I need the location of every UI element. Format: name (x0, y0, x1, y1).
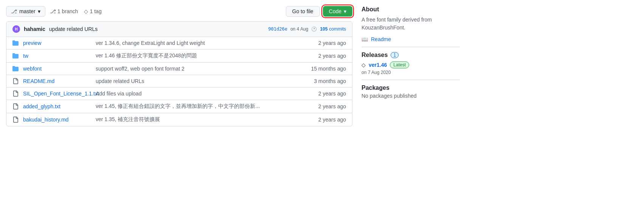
readme-label: Readme (371, 36, 391, 42)
file-commit-msg: ver 1.34.6, change ExtraLight and Light … (96, 40, 296, 46)
latest-badge: Latest (390, 62, 409, 68)
table-row: SIL_Open_Font_License_1.1.txt Add files … (6, 88, 352, 100)
branch-meta: ⎇ 1 branch ◇ 1 tag (50, 8, 102, 14)
branch-selector[interactable]: ⎇ master ▾ (6, 6, 45, 17)
release-version-link[interactable]: ver1.46 (369, 62, 387, 68)
packages-title: Packages (362, 85, 460, 91)
file-age: 3 months ago (301, 78, 346, 84)
file-icon (12, 91, 19, 97)
divider (362, 47, 460, 47)
table-row: webfont support woff2, web open font for… (6, 63, 352, 75)
commits-label: commits (329, 26, 346, 32)
releases-section: Releases 1 ◇ ver1.46 Latest on 7 Aug 202… (362, 52, 460, 75)
release-date: on 7 Aug 2020 (362, 70, 460, 75)
packages-empty: No packages published (362, 93, 460, 99)
tags-count: 1 (90, 8, 93, 14)
file-name[interactable]: added_glyph.txt (23, 103, 91, 109)
table-row: preview ver 1.34.6, change ExtraLight an… (6, 37, 352, 49)
packages-section: Packages No packages published (362, 85, 460, 99)
commits-count: 105 (320, 26, 327, 32)
file-commit-msg: ver 1.46 修正部份文字寬度不是2048的問題 (96, 52, 296, 59)
tags-link[interactable]: ◇ 1 tag (84, 8, 101, 14)
release-item: ◇ ver1.46 Latest (362, 62, 460, 68)
branches-link[interactable]: ⎇ 1 branch (50, 8, 78, 14)
history-icon: 🕐 (311, 26, 317, 32)
file-age: 2 years ago (301, 117, 346, 123)
branches-icon: ⎇ (50, 8, 56, 14)
commit-sha[interactable]: 901d26e (268, 26, 287, 32)
branches-count: 1 (57, 8, 61, 14)
branch-icon: ⎇ (11, 8, 17, 14)
release-tag-icon: ◇ (362, 62, 366, 68)
table-row: added_glyph.txt ver 1.45, 修正有組合錯誤的文字，並再增… (6, 100, 352, 113)
table-row: README.md update related URLs 3 months a… (6, 75, 352, 88)
about-title: About (362, 6, 460, 13)
file-name[interactable]: webfont (23, 66, 91, 72)
code-button[interactable]: Code ▾ (323, 6, 352, 17)
folder-icon (12, 66, 19, 72)
file-name[interactable]: SIL_Open_Font_License_1.1.txt (23, 91, 91, 97)
commit-bar: H hahamic update related URLs 901d26e on… (6, 22, 352, 37)
commit-message: update related URLs (49, 26, 98, 32)
readme-link[interactable]: 📖 Readme (362, 36, 460, 42)
sidebar-about: About A free font family derived from Ko… (362, 6, 460, 42)
code-dropdown-icon: ▾ (344, 8, 346, 14)
table-row: tw ver 1.46 修正部份文字寬度不是2048的問題 2 years ag… (6, 49, 352, 63)
file-age: 2 years ago (301, 53, 346, 59)
commit-date: on 4 Aug (290, 26, 308, 32)
avatar: H (12, 25, 20, 33)
file-age: 2 years ago (301, 103, 346, 109)
file-name[interactable]: README.md (23, 78, 91, 84)
file-icon (12, 117, 19, 123)
file-name[interactable]: preview (23, 40, 91, 46)
commits-link[interactable]: 105 commits (320, 26, 346, 32)
toolbar-right: Go to file Code ▾ (286, 6, 353, 17)
file-age: 2 years ago (301, 40, 346, 46)
tags-label: tag (94, 8, 101, 14)
readme-icon: 📖 (362, 36, 368, 42)
divider-2 (362, 80, 460, 80)
releases-title: Releases 1 (362, 52, 460, 58)
folder-icon (12, 53, 19, 59)
file-name[interactable]: tw (23, 53, 91, 59)
releases-count-badge: 1 (391, 52, 399, 58)
tag-icon: ◇ (84, 8, 88, 14)
table-row: bakudai_history.md ver 1.35, 補充注音符號擴展 2 … (6, 113, 352, 126)
file-commit-msg: update related URLs (96, 78, 296, 84)
about-desc: A free font family derived from KouzanBr… (362, 16, 460, 32)
goto-file-button[interactable]: Go to file (286, 6, 320, 17)
file-age: 15 months ago (301, 66, 346, 72)
commit-meta: 901d26e on 4 Aug 🕐 105 commits (268, 26, 346, 32)
branch-dropdown-icon: ▾ (38, 8, 40, 14)
file-commit-msg: ver 1.45, 修正有組合錯誤的文字，並再增加新的字，中文字的部份新... (96, 103, 296, 110)
branches-label: branch (62, 8, 78, 14)
file-icon (12, 78, 19, 84)
file-commit-msg: ver 1.35, 補充注音符號擴展 (96, 116, 296, 123)
file-name[interactable]: bakudai_history.md (23, 117, 91, 123)
commit-author[interactable]: hahamic (24, 26, 45, 32)
file-commit-msg: Add files via upload (96, 91, 296, 97)
file-commit-msg: support woff2, web open font format 2 (96, 66, 296, 72)
folder-icon (12, 40, 19, 46)
file-icon (12, 103, 19, 109)
branch-name: master (19, 8, 36, 14)
code-label: Code (329, 8, 341, 14)
sidebar: About A free font family derived from Ko… (362, 6, 460, 126)
file-age: 2 years ago (301, 91, 346, 97)
file-table: H hahamic update related URLs 901d26e on… (6, 21, 352, 126)
